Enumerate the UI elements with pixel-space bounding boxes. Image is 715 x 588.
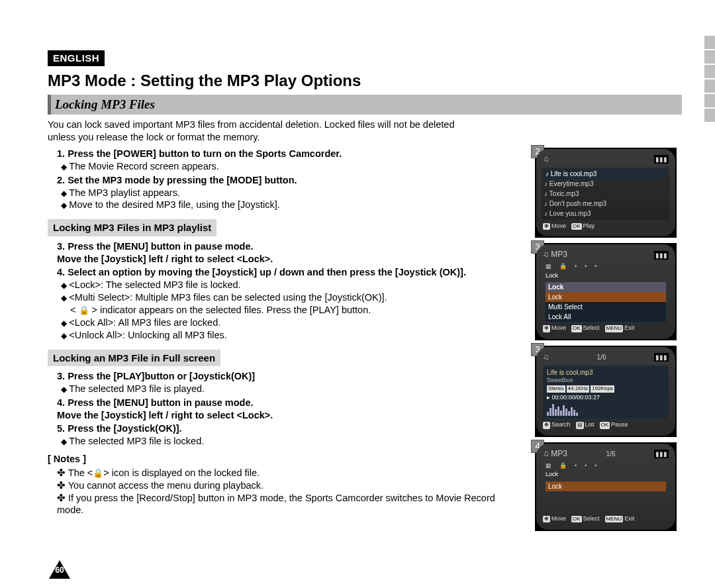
equalizer-icon bbox=[547, 403, 665, 416]
hint-move: ✥Move bbox=[543, 324, 566, 332]
list-item: ♪ Toxic.mp3 bbox=[544, 189, 667, 199]
menu-tab-label: Lock bbox=[546, 272, 670, 280]
song-artist: Sweetbox bbox=[547, 377, 665, 385]
header-label: ♫ MP3 bbox=[543, 250, 567, 260]
opt-multi-sub-text: indicator appears on the selected files.… bbox=[100, 305, 371, 315]
battery-icon: ▮▮▮ bbox=[654, 251, 669, 260]
step-3-fullscreen: Press the [PLAY]button or [Joystick(OK)]… bbox=[57, 370, 524, 395]
step-2-sub-b: Move to the desired MP3 file, using the … bbox=[61, 199, 524, 211]
badge-stereo: Stereo bbox=[547, 385, 565, 392]
screenshot-2: 2 ♫▮▮▮ ♪ Life is cool.mp3 ♪ Everytime.mp… bbox=[535, 148, 677, 238]
lock-icon: 🔒 bbox=[79, 305, 89, 317]
header-label: ♫ MP3 bbox=[543, 449, 567, 460]
page-number-badge: 60 bbox=[49, 560, 69, 577]
note-1b: > icon is displayed on the locked file. bbox=[103, 467, 260, 478]
battery-icon: ▮▮▮ bbox=[654, 155, 669, 164]
menu-panel: Lock Lock Multi Select Lock All bbox=[546, 282, 666, 322]
lock-icon: 🔒 bbox=[559, 263, 567, 271]
list-item: ♪ Love you.mp3 bbox=[544, 209, 667, 219]
playlist: ♪ Life is cool.mp3 ♪ Everytime.mp3 ♪ Tox… bbox=[542, 168, 670, 220]
battery-icon: ▮▮▮ bbox=[654, 353, 669, 362]
battery-icon: ▮▮▮ bbox=[654, 450, 669, 458]
screenshot-3-menu: 3 ♫ MP3▮▮▮ ▦🔒••• Lock Lock Lock Multi Se… bbox=[535, 243, 677, 340]
list-item: ♪ Don't push me.mp3 bbox=[544, 199, 667, 209]
side-index-stripes bbox=[704, 36, 715, 123]
step-2-sub-a: The MP3 playlist appears. bbox=[61, 187, 524, 199]
tab-icon: ▦ bbox=[546, 263, 551, 271]
list-item: ♪ Life is cool.mp3 bbox=[544, 169, 667, 179]
hint-exit: MENUExit bbox=[605, 324, 635, 332]
hint-select: OKSelect bbox=[571, 515, 600, 523]
step-3-fs-sub: The selected MP3 file is played. bbox=[61, 383, 524, 395]
menu-item-lockall: Lock All bbox=[546, 312, 666, 322]
steps-list-main: Press the [POWER] button to turn on the … bbox=[57, 148, 524, 211]
notes-list: The <🔒> icon is displayed on the locked … bbox=[57, 467, 524, 516]
page-number: 60 bbox=[49, 565, 70, 576]
hint-select: OKSelect bbox=[571, 324, 600, 332]
music-icon: ♫ bbox=[543, 154, 549, 165]
list-item-label: Everytime.mp3 bbox=[549, 180, 594, 187]
menu-item-multi: Multi Select bbox=[546, 302, 666, 312]
note-3: If you press the [Record/Stop] button in… bbox=[57, 492, 524, 517]
intro-line-2: unless you release the lock or format th… bbox=[48, 132, 260, 142]
notes-title: [ Notes ] bbox=[48, 453, 524, 466]
tab-icon: ▦ bbox=[546, 462, 551, 470]
step-1-sub: The Movie Record screen appears. bbox=[61, 160, 524, 173]
opt-unlockall: <Unlock All>: Unlocking all MP3 files. bbox=[61, 329, 524, 342]
note-1a: The < bbox=[68, 467, 93, 478]
menu-header: Lock bbox=[546, 282, 666, 292]
steps-list-fullscreen: Press the [PLAY]button or [Joystick(OK)]… bbox=[57, 370, 524, 448]
step-4b-fs-text: Move the [Joystick] left / right to sele… bbox=[57, 410, 273, 420]
audio-badges: Stereo 44.1KHz 192Kbps bbox=[547, 385, 665, 392]
screenshot-3-player: 3 ♫1/6▮▮▮ Life is cool.mp3 Sweetbox Ster… bbox=[535, 346, 677, 437]
step-4-text: Select an option by moving the [Joystick… bbox=[68, 267, 466, 277]
lock-icon: 🔒 bbox=[559, 462, 567, 470]
track-count: 1/6 bbox=[606, 450, 616, 458]
step-2: Set the MP3 mode by pressing the [MODE] … bbox=[57, 174, 524, 212]
step-3-playlist: Press the [MENU] button in pause mode. M… bbox=[57, 240, 524, 266]
hint-move: ✥Move bbox=[543, 515, 566, 523]
page-title: MP3 Mode : Setting the MP3 Play Options bbox=[48, 70, 682, 91]
list-item-label: Don't push me.mp3 bbox=[549, 200, 606, 207]
track-count: 1/6 bbox=[597, 353, 606, 362]
badge-kbps: 192Kbps bbox=[591, 385, 614, 392]
music-icon: ♫ bbox=[543, 352, 549, 363]
menu-item-lock: Lock bbox=[546, 292, 666, 302]
hint-move: ✥Move bbox=[543, 222, 566, 230]
step-4a-fs-text: Press the [MENU] button in pause mode. bbox=[68, 397, 253, 408]
menu-tab-label: Lock bbox=[546, 471, 670, 479]
language-tag: ENGLISH bbox=[48, 50, 105, 66]
opt-lockall: <Lock All>: All MP3 files are locked. bbox=[61, 317, 524, 329]
step-5-fs-text: Press the [Joystick(OK)]. bbox=[68, 423, 181, 434]
screenshot-4: 4 ♫ MP31/6▮▮▮ ▦🔒••• Lock Lock ✥Move OKSe… bbox=[535, 442, 677, 531]
steps-list-playlist: Press the [MENU] button in pause mode. M… bbox=[57, 240, 524, 342]
list-item-label: Toxic.mp3 bbox=[549, 190, 579, 197]
menu-item-lock: Lock bbox=[546, 481, 666, 491]
step-3b-text: Move the [Joystick] left / right to sele… bbox=[57, 254, 273, 264]
menu-tabs: ▦🔒••• bbox=[546, 462, 670, 470]
menu-tabs: ▦🔒••• bbox=[546, 263, 670, 271]
list-item-label: Love you.mp3 bbox=[549, 210, 591, 217]
opt-lock: <Lock>: The selected MP3 file is locked. bbox=[61, 279, 524, 291]
note-2: You cannot access the menu during playba… bbox=[57, 479, 524, 492]
list-item: ♪ Everytime.mp3 bbox=[544, 179, 667, 189]
subhead-fullscreen: Locking an MP3 File in Full screen bbox=[48, 350, 220, 367]
section-subtitle: Locking MP3 Files bbox=[48, 95, 682, 115]
hint-exit: MENUExit bbox=[605, 515, 635, 523]
hint-play: OKPlay bbox=[571, 222, 595, 230]
opt-multi: <Multi Select>: Multiple MP3 files can b… bbox=[61, 291, 524, 304]
opt-multi-sub: < 🔒 > indicator appears on the selected … bbox=[70, 304, 524, 317]
hint-pause: OKPause bbox=[600, 421, 628, 429]
hint-list: ▤List bbox=[576, 421, 595, 429]
step-3-fs-text: Press the [PLAY]button or [Joystick(OK)] bbox=[68, 371, 255, 381]
note-1: The <🔒> icon is displayed on the locked … bbox=[57, 467, 524, 479]
badge-khz: 44.1KHz bbox=[567, 385, 590, 392]
lock-icon: 🔒 bbox=[93, 468, 103, 479]
time-counter: ▸ 00:00:00/00:03:27 bbox=[547, 394, 665, 402]
step-3a-text: Press the [MENU] button in pause mode. bbox=[68, 241, 253, 252]
list-item-label: Life is cool.mp3 bbox=[551, 170, 596, 177]
intro-text: You can lock saved important MP3 files f… bbox=[48, 119, 682, 144]
hint-search: ✥Search bbox=[543, 421, 571, 429]
step-4-fullscreen: Press the [MENU] button in pause mode. M… bbox=[57, 397, 524, 422]
step-5-fs-sub: The selected MP3 file is locked. bbox=[61, 435, 524, 448]
